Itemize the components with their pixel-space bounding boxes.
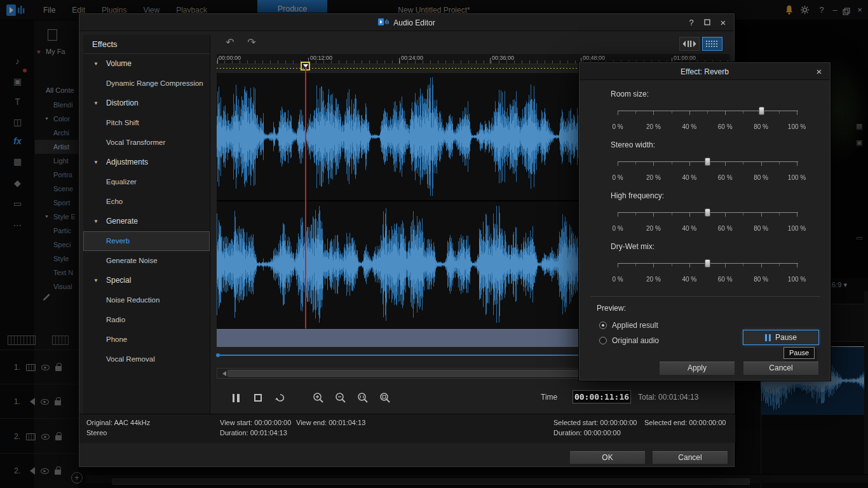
effect-item-distortion[interactable]: ▼Distortion [83, 93, 210, 113]
slider-tick-mark [797, 111, 797, 115]
preview-option-original-audio[interactable]: Original audio [599, 333, 659, 348]
slider-label: Dry-Wet mix: [611, 242, 654, 251]
cancel-button[interactable]: Cancel [652, 451, 728, 464]
slider-tick-mark [779, 111, 780, 114]
effect-item-echo[interactable]: Echo [83, 192, 210, 212]
slider-scale-label: 60 % [718, 276, 733, 283]
dialog-close-button[interactable]: × [717, 17, 729, 29]
slider-tick-mark [689, 213, 690, 217]
preview-option-applied-result[interactable]: Applied result [599, 318, 659, 333]
effect-item-dynamic-range-compression[interactable]: Dynamic Range Compression [83, 74, 210, 93]
effect-item-adjustments[interactable]: ▼Adjustments [83, 152, 210, 172]
effect-item-phone[interactable]: Phone [83, 330, 210, 349]
view-duration-label: Duration: 00:01:04:13 [220, 429, 287, 437]
preview-label: Preview: [597, 304, 626, 313]
zoom-selection-button[interactable] [354, 390, 372, 406]
slider-tick-mark [672, 213, 672, 215]
slider-tick-mark [779, 162, 780, 165]
category-triangle-icon: ▼ [93, 212, 98, 231]
slider-handle[interactable] [705, 259, 710, 268]
effect-item-label: Generate [106, 217, 138, 226]
effect-item-volume[interactable]: ▼Volume [83, 54, 210, 74]
preview-pause-label: Pause [775, 333, 797, 342]
ok-button[interactable]: OK [569, 451, 646, 464]
effect-item-equalizer[interactable]: Equalizer [83, 172, 210, 192]
slider-label: High frequency: [611, 191, 664, 200]
screen: FileEditPluginsViewPlayback Produce New … [0, 0, 868, 488]
ruler-tick-label: 00:36:00 [492, 55, 514, 61]
ruler-major-tick [399, 58, 400, 64]
slider-handle[interactable] [705, 158, 710, 166]
slider-label: Room size: [611, 90, 649, 98]
slider-tick-mark [653, 162, 654, 166]
loop-button[interactable] [271, 390, 289, 406]
effect-item-noise-reduction[interactable]: Noise Reduction [83, 290, 210, 310]
slider-scale-label: 0 % [612, 276, 623, 283]
slider-tick-mark [761, 162, 762, 166]
effect-item-radio[interactable]: Radio [83, 310, 210, 330]
slider-tick-mark [725, 213, 726, 217]
dialog-titlebar[interactable]: Audio Editor ? × [79, 14, 734, 31]
ruler-major-tick [217, 58, 218, 64]
pause-button[interactable] [227, 390, 245, 406]
slider-tick-mark [618, 213, 618, 217]
effect-item-vocal-transformer[interactable]: Vocal Transformer [83, 133, 210, 152]
slider-scale-label: 0 % [612, 225, 623, 232]
dialog-maximize-button[interactable] [702, 17, 713, 29]
slider-tick-mark [672, 111, 672, 114]
reverb-titlebar[interactable]: Effect: Reverb × [580, 63, 830, 80]
slider-track[interactable] [618, 208, 798, 219]
apply-button[interactable]: Apply [659, 361, 735, 376]
slider-tick-mark [779, 264, 780, 266]
effect-item-pitch-shift[interactable]: Pitch Shift [83, 113, 210, 133]
effect-item-label: Pitch Shift [106, 119, 139, 126]
slider-tick-mark [689, 111, 690, 115]
stop-button[interactable] [249, 390, 267, 406]
time-display[interactable]: 00:00:11:16 [573, 390, 631, 403]
effect-item-label: Equalizer [106, 178, 137, 186]
scroll-left-arrow[interactable] [220, 371, 226, 376]
slider-scale-label: 20 % [646, 225, 661, 232]
dialog-help-button[interactable]: ? [686, 17, 697, 29]
pause-icon [237, 394, 240, 402]
slider-tick-mark [797, 162, 797, 166]
pause-icon [765, 334, 771, 341]
effect-item-vocal-removal[interactable]: Vocal Removal [83, 349, 210, 369]
view-mode-waveform-button[interactable] [679, 37, 700, 51]
playhead-line [305, 67, 306, 329]
effect-item-generate[interactable]: ▼Generate [83, 212, 210, 231]
zoom-fit-button[interactable] [376, 390, 394, 406]
slider-tick-mark [653, 111, 654, 115]
effect-item-label: Distortion [106, 98, 139, 107]
reverb-close-button[interactable]: × [813, 66, 825, 78]
slider-tick-mark [635, 213, 636, 215]
preview-pause-button[interactable]: Pause [743, 330, 819, 345]
slider-scale-label: 40 % [682, 276, 696, 283]
view-mode-envelope-button[interactable] [702, 37, 722, 51]
undo-button[interactable]: ↶ [222, 36, 238, 50]
ruler-major-tick [490, 58, 491, 64]
zoom-out-button[interactable] [332, 390, 349, 406]
effect-item-label: Special [106, 276, 131, 285]
effect-item-special[interactable]: ▼Special [83, 271, 210, 290]
zoom-in-button[interactable] [309, 390, 327, 406]
effect-item-reverb[interactable]: Reverb [83, 231, 210, 251]
reverb-cancel-button[interactable]: Cancel [743, 361, 819, 376]
slider-group-dry-wet-mix: Dry-Wet mix:0 %20 %40 %60 %80 %100 % [579, 242, 831, 290]
slider-tick-mark [653, 264, 654, 268]
slider-handle[interactable] [705, 208, 710, 217]
slider-tick-mark [725, 264, 726, 268]
slider-track[interactable] [618, 259, 798, 269]
slider-track[interactable] [618, 107, 798, 117]
view-start-label: View start: 00:00:00:00 [220, 419, 291, 426]
time-label: Time [541, 393, 557, 402]
dialog-logo-icon [378, 18, 390, 28]
dialog-title: Audio Editor [393, 18, 435, 27]
effects-list: ▼VolumeDynamic Range Compression▼Distort… [83, 54, 210, 369]
slider-tick-mark [779, 213, 780, 215]
slider-tick-mark [797, 264, 797, 268]
effect-item-generate-noise[interactable]: Generate Noise [83, 251, 210, 271]
slider-handle[interactable] [759, 107, 764, 115]
slider-track[interactable] [618, 158, 798, 168]
redo-button[interactable]: ↷ [243, 36, 260, 50]
